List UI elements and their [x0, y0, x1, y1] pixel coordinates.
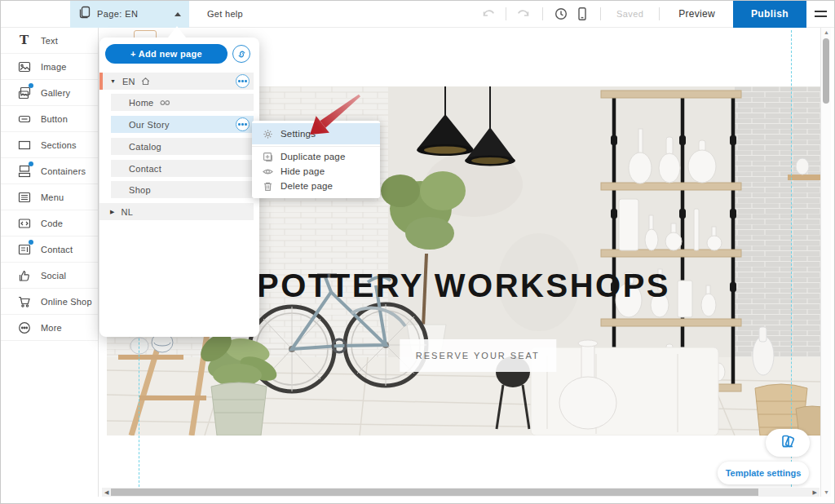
sidebar-item-online-shop[interactable]: Online Shop: [1, 289, 98, 315]
page-row-our-story[interactable]: Our Story: [111, 116, 254, 133]
scroll-up-icon[interactable]: ▲: [821, 29, 832, 35]
website-editor: More: [0, 0, 835, 504]
chevron-right-icon[interactable]: ▶: [110, 209, 114, 215]
scroll-right-icon[interactable]: ▶: [813, 488, 817, 497]
template-style-button[interactable]: [766, 429, 810, 457]
menu-icon[interactable]: [806, 1, 834, 28]
publish-button[interactable]: Publish: [733, 1, 806, 28]
page-row-catalog[interactable]: Catalog: [111, 138, 254, 155]
text-icon: T: [17, 33, 31, 47]
gallery-icon: [17, 86, 31, 99]
editor-toolbar: Page: EN Get help: [1, 1, 834, 28]
duplicate-icon: [262, 151, 273, 162]
horizontal-scrollbar-thumb[interactable]: [111, 489, 758, 496]
button-icon: [17, 112, 31, 126]
new-feature-badge: [29, 83, 33, 88]
template-palette-icon: [780, 433, 796, 453]
page-row-home[interactable]: Home: [111, 94, 254, 111]
thumbs-up-icon: [17, 268, 31, 282]
menu-item-hide-page[interactable]: Hide page: [252, 164, 380, 179]
code-icon: [17, 216, 31, 230]
sidebar-item-gallery[interactable]: Gallery: [1, 80, 98, 106]
vertical-scrollbar-thumb[interactable]: [823, 38, 829, 104]
home-icon: [141, 77, 150, 86]
sidebar-item-image[interactable]: Image: [1, 54, 98, 80]
scroll-left-icon[interactable]: ◀: [104, 488, 108, 497]
scroll-down-icon[interactable]: ▼: [821, 489, 832, 495]
new-feature-badge: [29, 161, 33, 166]
elements-sidebar: T Text Image Gallery: [1, 28, 99, 497]
pages-panel: + Add new page ▼ EN Home: [99, 38, 259, 337]
page-group-en[interactable]: ▼ EN: [99, 73, 254, 90]
new-feature-badge: [29, 240, 33, 245]
contact-form-icon: [17, 242, 31, 256]
menu-block-icon: [17, 190, 31, 204]
ellipsis-icon[interactable]: [236, 117, 250, 131]
add-new-page-button[interactable]: + Add new page: [105, 44, 228, 64]
undo-icon[interactable]: [477, 3, 498, 24]
sidebar-item-social[interactable]: Social: [1, 263, 98, 289]
get-help-link[interactable]: Get help: [207, 9, 243, 19]
redo-icon[interactable]: [514, 3, 535, 24]
layout-guide-right: [791, 30, 792, 487]
history-icon[interactable]: [550, 3, 572, 24]
menu-item-settings[interactable]: Settings: [252, 123, 380, 144]
menu-item-delete-page[interactable]: Delete page: [252, 179, 380, 193]
sidebar-item-code[interactable]: Code: [1, 210, 98, 237]
reserve-seat-button[interactable]: RESERVE YOUR SEAT: [400, 339, 556, 372]
image-icon: [17, 60, 31, 73]
page-row-contact[interactable]: Contact: [111, 160, 254, 177]
page-selector[interactable]: Page: EN: [70, 1, 189, 28]
cart-icon: [17, 294, 31, 308]
more-icon: [17, 321, 31, 334]
sections-icon: [17, 138, 31, 152]
toolbar-right-group: Saved Preview Publish: [477, 1, 834, 27]
hide-eye-icon: [262, 166, 273, 177]
containers-icon: [17, 164, 31, 178]
sidebar-item-containers[interactable]: Containers: [1, 158, 98, 184]
settings-gear-icon: [262, 128, 273, 139]
menu-item-duplicate-page[interactable]: Duplicate page: [252, 149, 380, 164]
page-context-menu: Settings Duplicate page Hide page: [252, 121, 380, 198]
sidebar-item-menu[interactable]: Menu: [1, 184, 98, 210]
sidebar-item-contact[interactable]: Contact: [1, 237, 98, 263]
chevron-down-icon[interactable]: ▼: [110, 78, 116, 84]
sidebar-item-more[interactable]: More: [1, 315, 98, 341]
save-status: Saved: [616, 9, 643, 19]
mobile-preview-icon[interactable]: [572, 3, 593, 24]
template-settings-button[interactable]: Template settings: [718, 462, 809, 484]
vertical-scrollbar[interactable]: ▲ ▼: [820, 28, 831, 497]
sidebar-item-sections[interactable]: Sections: [1, 132, 98, 158]
pages-icon: [78, 6, 91, 22]
add-page-link-icon[interactable]: [232, 45, 250, 63]
chevron-up-icon: [175, 12, 181, 16]
ellipsis-icon[interactable]: [236, 74, 250, 88]
horizontal-scrollbar[interactable]: ◀ ▶: [102, 488, 820, 497]
homepage-link-icon: [160, 99, 170, 106]
panel-caret: [168, 26, 186, 38]
delete-trash-icon: [262, 180, 273, 192]
page-selector-label: Page: EN: [97, 9, 138, 19]
sidebar-item-button[interactable]: Button: [1, 106, 98, 132]
preview-button[interactable]: Preview: [678, 8, 715, 20]
page-group-nl[interactable]: ▶ NL: [99, 203, 254, 220]
page-row-shop[interactable]: Shop: [111, 181, 254, 198]
menu-divider: [252, 146, 380, 147]
sidebar-item-text[interactable]: T Text: [1, 28, 98, 54]
